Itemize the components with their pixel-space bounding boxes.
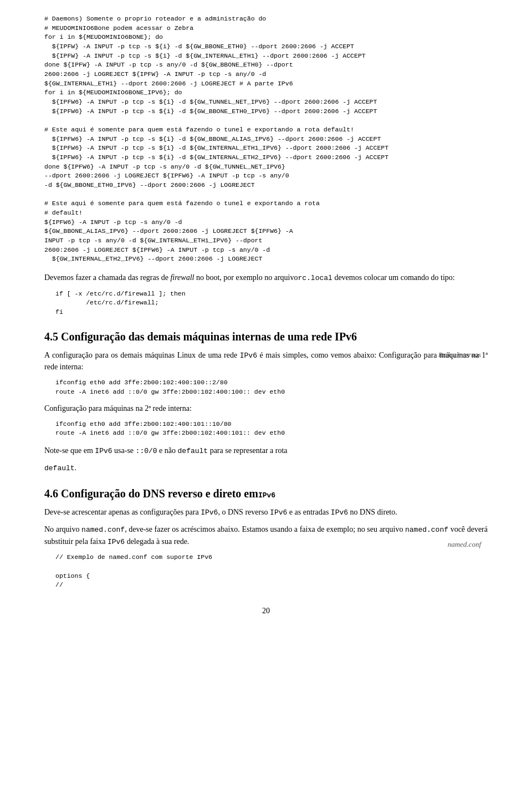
page: # Daemons) Somente o proprio roteador e … bbox=[0, 0, 532, 809]
named-conf-inline: named.conf bbox=[81, 526, 125, 534]
default-route-inline: ::0/0 bbox=[136, 447, 157, 455]
s46-para2-mid: , deve-se fazer os acréscimos abaixo. Es… bbox=[125, 525, 405, 533]
s46-para1-start: Deve-se acrescentar apenas as configuraç… bbox=[44, 508, 201, 516]
named-conf-code: // Exemplo de named.conf com suporte IPv… bbox=[55, 553, 488, 590]
s45-note-end1: e não bbox=[157, 446, 178, 455]
rc-local-code: if [ -x /etc/rc.d/firewall ]; then /etc/… bbox=[55, 289, 488, 317]
s45-note-end3: . bbox=[75, 464, 77, 472]
firewall-italic: firewall bbox=[170, 273, 194, 282]
ipv6-inline-46-2: IPv6 bbox=[270, 508, 287, 517]
default-inline: default bbox=[178, 447, 208, 455]
marginal-note-named-conf: named.conf bbox=[448, 540, 481, 549]
s46-para2-end2: delegada à sua rede. bbox=[125, 537, 189, 546]
named-conf-inline-2: named.conf bbox=[405, 526, 448, 534]
s45-note-para: Note-se que em IPv6 usa-se ::0/0 e não d… bbox=[44, 445, 488, 457]
page-number: 20 bbox=[44, 607, 488, 615]
ipv6-inline-46-3: IPv6 bbox=[331, 508, 348, 517]
s45-para1-container: A configuração para os demais máquinas L… bbox=[44, 349, 488, 373]
firewall-ipv6-code: # Daemons) Somente o proprio roteador e … bbox=[44, 14, 488, 264]
s45-note-mid: usa-se bbox=[112, 446, 136, 455]
section-45-title: Configuração das demais máquinas interna… bbox=[61, 330, 357, 343]
ipv6-config-1-code: ifconfig eth0 add 3ffe:2b00:102:400:100:… bbox=[55, 378, 488, 396]
s45-para1-start: A configuração para os demais máquinas L… bbox=[44, 351, 240, 359]
ipv6-inline-46-4: IPv6 bbox=[108, 538, 125, 546]
s46-para2-start: No arquivo bbox=[44, 525, 81, 533]
ipv6-inline-46-1: IPv6 bbox=[201, 508, 218, 517]
ipv6-config-2-code: ifconfig eth0 add 3ffe:2b00:102:400:101:… bbox=[55, 420, 488, 438]
firewall-intro-2: no boot, por exemplo no arquivo bbox=[196, 273, 298, 282]
firewall-intro-para: Devemos fazer a chamada das regras de fi… bbox=[44, 272, 488, 284]
section-45-number: 4.5 bbox=[44, 330, 58, 343]
s46-para1: Deve-se acrescentar apenas as configuraç… bbox=[44, 506, 488, 518]
s45-note-end2: para se representar a rota bbox=[208, 446, 287, 455]
s46-para1-end2: no DNS direto. bbox=[348, 508, 397, 516]
rc-local-inline: rc.local bbox=[298, 274, 332, 282]
s46-para1-end: e as entradas bbox=[287, 508, 331, 516]
s45-para2-text: Configuração para máquinas na 2ª rede in… bbox=[44, 404, 192, 413]
s45-para2: Configuração para máquinas na 2ª rede in… bbox=[44, 403, 488, 414]
ipv6-inline-note: IPv6 bbox=[95, 447, 112, 455]
s45-note-start: Note-se que em bbox=[44, 446, 95, 455]
s46-para1-mid: , o DNS reverso bbox=[218, 508, 270, 516]
ipv6-inline-heading: IPv6 bbox=[258, 491, 275, 500]
section-46-number: 4.6 bbox=[44, 487, 58, 500]
section-45-heading: 4.5 Configuração das demais máquinas int… bbox=[44, 329, 488, 344]
section-46-heading: 4.6 Configuração do DNS reverso e direto… bbox=[44, 486, 488, 501]
s46-para2-container: No arquivo named.conf, deve-se fazer os … bbox=[44, 523, 488, 547]
marginal-note-redes-internas: Redes internas bbox=[438, 349, 481, 360]
section-46-title: Configuração do DNS reverso e direto em bbox=[61, 487, 258, 500]
page-number-text: 20 bbox=[262, 607, 270, 615]
s45-para1: A configuração para os demais máquinas L… bbox=[44, 349, 488, 373]
ipv6-inline-1: IPv6 bbox=[240, 352, 257, 360]
default-inline-2: default bbox=[44, 464, 75, 472]
s46-para2: No arquivo named.conf, deve-se fazer os … bbox=[44, 523, 488, 547]
firewall-intro-3: devemos colocar um comando do tipo: bbox=[334, 273, 454, 282]
s45-note-para2: default. bbox=[44, 462, 488, 474]
firewall-intro-text: Devemos fazer a chamada das regras de bbox=[44, 273, 168, 282]
